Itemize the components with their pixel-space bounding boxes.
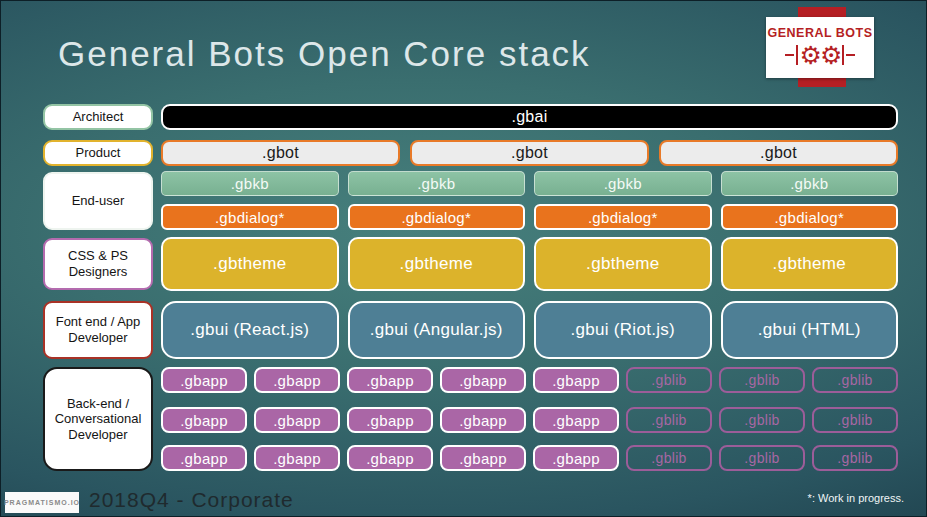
gbdialog-box: .gbdialog* xyxy=(348,204,526,230)
gbot-box: .gbot xyxy=(161,140,400,166)
gbtheme-box: .gbtheme xyxy=(348,237,526,291)
gbapp-box: .gbapp xyxy=(254,407,340,433)
gblib-box: .gblib xyxy=(719,407,805,433)
gbkb-box: .gbkb xyxy=(721,171,899,196)
gbapp-box: .gbapp xyxy=(347,367,433,393)
gblib-box: .gblib xyxy=(626,445,712,471)
logo-dash-right xyxy=(846,54,855,56)
gbapp-box: .gbapp xyxy=(440,445,526,471)
gbapp-box: .gbapp xyxy=(254,367,340,393)
page-title: General Bots Open Core stack xyxy=(58,34,591,74)
gbapp-box: .gbapp xyxy=(254,445,340,471)
gbui-box: .gbui (HTML) xyxy=(721,301,899,359)
gblib-box: .gblib xyxy=(626,367,712,393)
gblib-box: .gblib xyxy=(719,445,805,471)
gbui-box: .gbui (React.js) xyxy=(161,301,339,359)
gbui-box: .gbui (Riot.js) xyxy=(534,301,712,359)
row-backend-3: .gbapp .gbapp .gbapp .gbapp .gbapp .gbli… xyxy=(161,445,898,471)
gblib-box: .gblib xyxy=(812,367,898,393)
row-label-designers: CSS & PS Designers xyxy=(43,238,153,290)
gbui-box: .gbui (Angular.js) xyxy=(348,301,526,359)
gbtheme-box: .gbtheme xyxy=(721,237,899,291)
row-label-end-user: End-user xyxy=(43,172,153,230)
gbdialog-box: .gbdialog* xyxy=(721,204,899,230)
row-label-product: Product xyxy=(43,140,153,166)
gbkb-box: .gbkb xyxy=(348,171,526,196)
gbapp-box: .gbapp xyxy=(347,407,433,433)
gbapp-box: .gbapp xyxy=(161,407,247,433)
gbapp-box: .gbapp xyxy=(161,445,247,471)
logo-brand-text: GENERAL BOTS xyxy=(767,26,872,40)
row-label-frontend: Font end / App Developer xyxy=(43,301,153,359)
gbapp-box: .gbapp xyxy=(161,367,247,393)
gbkb-box: .gbkb xyxy=(534,171,712,196)
gbtheme-box: .gbtheme xyxy=(534,237,712,291)
gblib-box: .gblib xyxy=(719,367,805,393)
row-backend-1: .gbapp .gbapp .gbapp .gbapp .gbapp .gbli… xyxy=(161,367,898,393)
row-gbtheme: .gbtheme .gbtheme .gbtheme .gbtheme xyxy=(161,237,898,291)
gbapp-box: .gbapp xyxy=(533,445,619,471)
general-bots-logo: GENERAL BOTS ⚙⚙ xyxy=(766,1,876,93)
row-label-backend: Back-end / Conversational Developer xyxy=(43,367,153,471)
gbai-box: .gbai xyxy=(161,104,898,130)
gbdialog-box: .gbdialog* xyxy=(161,204,339,230)
gblib-box: .gblib xyxy=(626,407,712,433)
gbkb-box: .gbkb xyxy=(161,171,339,196)
gear-icon: ⚙⚙ xyxy=(800,43,841,68)
gbot-box: .gbot xyxy=(659,140,898,166)
gbapp-box: .gbapp xyxy=(533,407,619,433)
gbtheme-box: .gbtheme xyxy=(161,237,339,291)
logo-bar-right xyxy=(842,45,844,65)
row-label-architect: Architect xyxy=(43,104,153,130)
gblib-box: .gblib xyxy=(812,445,898,471)
logo-bar-left xyxy=(796,45,798,65)
logo-plate: GENERAL BOTS ⚙⚙ xyxy=(766,17,874,78)
pragmatismo-logo: PRAGMATISMO.IO xyxy=(5,492,79,513)
footer-caption: 2018Q4 - Corporate xyxy=(89,488,294,512)
gbapp-box: .gbapp xyxy=(347,445,433,471)
gbapp-box: .gbapp xyxy=(440,367,526,393)
gears-icon: ⚙⚙ xyxy=(785,41,856,69)
row-gbdialog: .gbdialog* .gbdialog* .gbdialog* .gbdial… xyxy=(161,204,898,230)
gblib-box: .gblib xyxy=(812,407,898,433)
row-product: .gbot .gbot .gbot xyxy=(161,140,898,166)
gbapp-box: .gbapp xyxy=(440,407,526,433)
gbot-box: .gbot xyxy=(410,140,649,166)
gbdialog-box: .gbdialog* xyxy=(534,204,712,230)
row-gbui: .gbui (React.js) .gbui (Angular.js) .gbu… xyxy=(161,301,898,359)
row-gbkb: .gbkb .gbkb .gbkb .gbkb xyxy=(161,171,898,196)
row-backend-2: .gbapp .gbapp .gbapp .gbapp .gbapp .gbli… xyxy=(161,407,898,433)
logo-dash-left xyxy=(785,54,794,56)
row-architect: .gbai xyxy=(161,104,898,130)
work-in-progress-note: *: Work in progress. xyxy=(808,492,904,504)
gbapp-box: .gbapp xyxy=(533,367,619,393)
slide: General Bots Open Core stack GENERAL BOT… xyxy=(0,0,927,517)
